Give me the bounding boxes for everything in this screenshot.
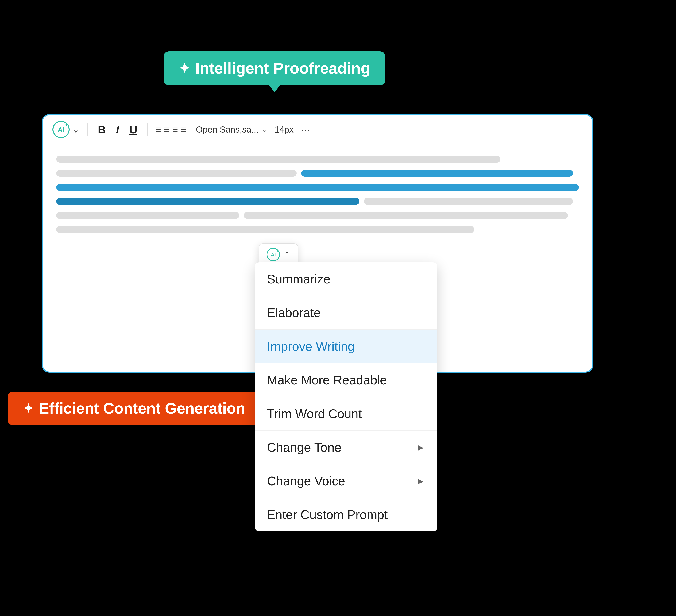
- align-center-button[interactable]: ≡: [164, 124, 169, 134]
- content-label: Efficient Content Generation: [39, 400, 245, 417]
- font-size-display: 14px: [275, 124, 294, 134]
- menu-item-elaborate[interactable]: Elaborate: [255, 296, 437, 330]
- font-chevron-icon: ⌄: [261, 125, 267, 133]
- text-line: [244, 212, 568, 219]
- menu-item-label: Summarize: [267, 272, 331, 286]
- toolbar-divider-1: [87, 123, 88, 136]
- content-spark-icon: ✦: [23, 401, 34, 416]
- ai-logo-text: AI: [58, 126, 64, 133]
- text-row-1: [56, 156, 579, 163]
- ai-spark-icon: ✦: [64, 123, 68, 127]
- text-line-blue: [301, 170, 573, 177]
- menu-item-label: Improve Writing: [267, 339, 355, 354]
- submenu-arrow-icon: ►: [416, 442, 425, 453]
- toolbar-divider-2: [147, 123, 148, 136]
- text-row-3: [56, 184, 579, 191]
- align-right-button[interactable]: ≡: [172, 124, 178, 134]
- text-line: [56, 226, 474, 233]
- menu-item-trim-word-count[interactable]: Trim Word Count: [255, 397, 437, 431]
- ai-popup-logo: AI ✦: [267, 248, 280, 261]
- chevron-up-icon: ⌃: [284, 250, 290, 259]
- spark-icon: ✦: [179, 61, 190, 76]
- chevron-down-icon[interactable]: ⌄: [72, 124, 80, 134]
- editor-content: [43, 144, 592, 244]
- proofreading-label: Intelligent Proofreading: [195, 59, 370, 77]
- ai-dropdown-menu: Summarize Elaborate Improve Writing Make…: [255, 262, 437, 531]
- menu-item-label: Change Tone: [267, 440, 341, 455]
- align-group: ≡ ≡ ≡ ≡: [155, 124, 186, 134]
- text-line: [56, 170, 297, 177]
- menu-item-change-voice[interactable]: Change Voice ►: [255, 464, 437, 498]
- text-row-6: [56, 226, 579, 233]
- menu-item-custom-prompt[interactable]: Enter Custom Prompt: [255, 498, 437, 531]
- more-options-button[interactable]: ···: [301, 124, 311, 135]
- text-row-2: [56, 170, 579, 177]
- ai-logo-button[interactable]: AI ✦ ⌄: [53, 121, 80, 138]
- menu-item-change-tone[interactable]: Change Tone ►: [255, 431, 437, 464]
- menu-item-label: Elaborate: [267, 305, 321, 320]
- text-line-blue-dark: [56, 198, 359, 205]
- content-generation-badge: ✦ Efficient Content Generation: [8, 392, 261, 425]
- text-row-5: [56, 212, 579, 219]
- menu-item-label: Make More Readable: [267, 373, 387, 387]
- menu-item-label: Trim Word Count: [267, 406, 362, 421]
- text-line: [56, 212, 239, 219]
- ai-popup-text: AI: [271, 252, 276, 258]
- menu-item-make-readable[interactable]: Make More Readable: [255, 363, 437, 397]
- editor-toolbar: AI ✦ ⌄ B I U ≡ ≡ ≡ ≡ Open Sans,sa... ⌄ 1…: [43, 115, 592, 144]
- underline-button[interactable]: U: [127, 123, 139, 136]
- proofreading-badge: ✦ Intelligent Proofreading: [164, 51, 385, 85]
- text-row-4: [56, 198, 579, 205]
- text-line: [364, 198, 573, 205]
- menu-item-improve-writing[interactable]: Improve Writing: [255, 330, 437, 363]
- font-selector[interactable]: Open Sans,sa... ⌄: [196, 124, 267, 134]
- ai-popup-spark-icon: ✦: [276, 249, 279, 253]
- menu-item-summarize[interactable]: Summarize: [255, 262, 437, 296]
- text-line-blue: [56, 184, 579, 191]
- font-name-label: Open Sans,sa...: [196, 124, 259, 134]
- menu-item-label: Change Voice: [267, 474, 345, 488]
- submenu-arrow-icon: ►: [416, 476, 425, 486]
- align-justify-button[interactable]: ≡: [181, 124, 186, 134]
- text-line: [56, 156, 501, 163]
- menu-item-label: Enter Custom Prompt: [267, 507, 388, 522]
- align-left-button[interactable]: ≡: [155, 124, 161, 134]
- italic-button[interactable]: I: [114, 123, 121, 136]
- bold-button[interactable]: B: [96, 123, 108, 136]
- ai-logo-circle: AI ✦: [53, 121, 70, 138]
